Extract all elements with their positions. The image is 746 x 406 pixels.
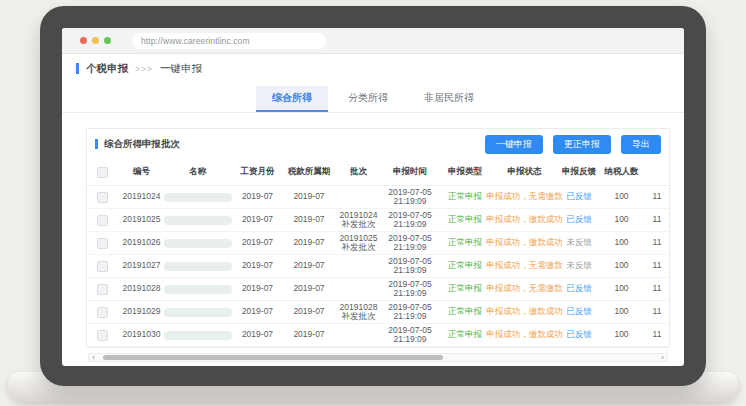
row-checkbox[interactable] [97, 238, 108, 249]
url-text: http://www.careerintlinc.com [141, 36, 250, 46]
zoom-window-icon[interactable] [104, 37, 111, 44]
name-placeholder-pill [164, 331, 232, 340]
cell-next-column-partial: 11 [640, 232, 670, 254]
cell-name [165, 301, 230, 323]
cell-name [165, 324, 230, 346]
name-placeholder-pill [164, 285, 232, 294]
cell-tax-period: 2019-07 [285, 324, 333, 346]
breadcrumb-section: 个税申报 [86, 62, 128, 76]
breadcrumb-page: 一键申报 [160, 62, 202, 76]
cell-next-column-partial: 11 [640, 301, 670, 323]
name-placeholder-pill [164, 216, 232, 225]
scroll-left-icon[interactable]: ‹ [89, 354, 98, 361]
cell-name [165, 232, 230, 254]
column-header: 申报反馈 [555, 159, 603, 185]
cell-filing-status: 申报成功，无需缴款 [494, 278, 555, 300]
cell-filing-time: 2019-07-0521:19:09 [384, 301, 436, 323]
cell-taxpayer-count: 100 [603, 186, 640, 208]
header-select-checkbox-cell [87, 159, 118, 185]
cell-salary-month: 2019-07 [230, 209, 285, 231]
cell-batch: 20191024补发批次 [333, 209, 384, 231]
panel-title: 综合所得申报批次 [104, 138, 180, 151]
name-placeholder-pill [164, 262, 232, 271]
cell-batch-id: 20191030 [118, 324, 165, 346]
cell-batch-id: 20191026 [118, 232, 165, 254]
cell-taxpayer-count: 100 [603, 324, 640, 346]
cell-name [165, 186, 230, 208]
cell-tax-period: 2019-07 [285, 301, 333, 323]
minimize-window-icon[interactable] [92, 37, 99, 44]
table-row: 201910242019-072019-072019-07-0521:19:09… [87, 186, 669, 209]
table-row: 201910272019-072019-072019-07-0521:19:09… [87, 255, 669, 278]
row-checkbox[interactable] [97, 192, 108, 203]
table-row: 201910252019-072019-0720191024补发批次2019-0… [87, 209, 669, 232]
one-click-filing-button[interactable]: 一键申报 [485, 135, 543, 154]
browser-window: http://www.careerintlinc.com 个税申报 >>> 一键… [62, 28, 684, 366]
column-header: 纳税人数 [603, 159, 640, 185]
column-header: 申报状态 [494, 159, 555, 185]
panel-header: 综合所得申报批次 一键申报 更正申报 导出 [87, 129, 669, 159]
cell-tax-period: 2019-07 [285, 186, 333, 208]
scrollbar-track[interactable] [98, 354, 658, 361]
select-all-checkbox[interactable] [97, 167, 108, 178]
cell-batch-id: 20191025 [118, 209, 165, 231]
cell-taxpayer-count: 100 [603, 278, 640, 300]
cell-filing-feedback: 已反馈 [555, 324, 603, 346]
name-placeholder-pill [164, 308, 232, 317]
table-row: 201910262019-072019-0720191025补发批次2019-0… [87, 232, 669, 255]
column-header: 税款所属期 [285, 159, 333, 185]
table-body: 201910242019-072019-072019-07-0521:19:09… [87, 186, 669, 347]
cell-taxpayer-count: 100 [603, 209, 640, 231]
cell-salary-month: 2019-07 [230, 232, 285, 254]
row-checkbox[interactable] [97, 284, 108, 295]
close-window-icon[interactable] [80, 37, 87, 44]
address-bar[interactable]: http://www.careerintlinc.com [132, 33, 326, 49]
cell-salary-month: 2019-07 [230, 255, 285, 277]
column-header: 申报时间 [384, 159, 436, 185]
horizontal-scrollbar[interactable]: ‹ › [88, 353, 668, 362]
cell-filing-time: 2019-07-0521:19:09 [384, 324, 436, 346]
table-row: 201910292019-072019-0720191028补发批次2019-0… [87, 301, 669, 324]
cell-filing-time: 2019-07-0521:19:09 [384, 255, 436, 277]
cell-tax-period: 2019-07 [285, 278, 333, 300]
column-header: 编号 [118, 159, 165, 185]
correction-filing-button[interactable]: 更正申报 [553, 135, 611, 154]
row-checkbox-cell [87, 209, 118, 231]
cell-filing-time: 2019-07-0521:19:09 [384, 186, 436, 208]
scroll-right-icon[interactable]: › [658, 354, 667, 361]
cell-batch [333, 278, 384, 300]
section-marker [76, 63, 79, 74]
row-checkbox[interactable] [97, 215, 108, 226]
tab-classified-income[interactable]: 分类所得 [332, 86, 404, 110]
cell-batch-id: 20191029 [118, 301, 165, 323]
cell-batch-id: 20191024 [118, 186, 165, 208]
export-button[interactable]: 导出 [621, 135, 661, 154]
table-row: 201910302019-072019-072019-07-0521:19:09… [87, 324, 669, 347]
row-checkbox[interactable] [97, 307, 108, 318]
table-row: 201910282019-072019-072019-07-0521:19:09… [87, 278, 669, 301]
cell-filing-time: 2019-07-0521:19:09 [384, 209, 436, 231]
cell-filing-status: 申报成功，缴款成功 [494, 324, 555, 346]
cell-salary-month: 2019-07 [230, 278, 285, 300]
cell-batch-id: 20191027 [118, 255, 165, 277]
breadcrumb-separator: >>> [135, 64, 153, 74]
tab-comprehensive-income[interactable]: 综合所得 [256, 86, 328, 112]
row-checkbox[interactable] [97, 261, 108, 272]
row-checkbox-cell [87, 324, 118, 346]
row-checkbox[interactable] [97, 330, 108, 341]
name-placeholder-pill [164, 193, 232, 202]
cell-tax-period: 2019-07 [285, 232, 333, 254]
tab-nonresident-income[interactable]: 非居民所得 [408, 86, 490, 110]
browser-toolbar: http://www.careerintlinc.com [62, 28, 684, 54]
cell-filing-feedback: 未反馈 [555, 255, 603, 277]
row-checkbox-cell [87, 301, 118, 323]
cell-filing-feedback: 已反馈 [555, 209, 603, 231]
column-header: 批次 [333, 159, 384, 185]
cell-salary-month: 2019-07 [230, 324, 285, 346]
cell-filing-status: 申报成功，缴款成功 [494, 301, 555, 323]
scrollbar-thumb[interactable] [103, 355, 443, 360]
cell-next-column-partial: 11 [640, 324, 670, 346]
cell-next-column-partial: 11 [640, 255, 670, 277]
cell-taxpayer-count: 100 [603, 255, 640, 277]
cell-batch [333, 255, 384, 277]
